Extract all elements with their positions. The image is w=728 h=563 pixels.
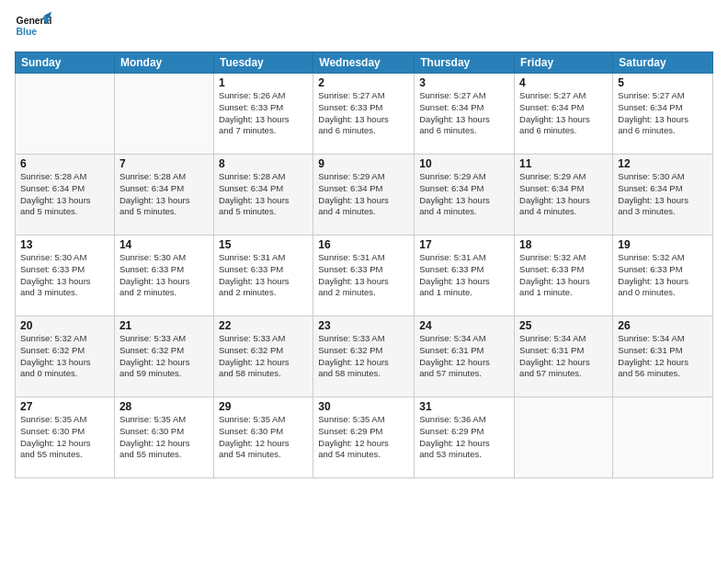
weekday-header: Friday bbox=[515, 52, 613, 74]
day-info: Sunrise: 5:34 AM Sunset: 6:31 PM Dayligh… bbox=[519, 333, 608, 380]
day-info: Sunrise: 5:31 AM Sunset: 6:33 PM Dayligh… bbox=[318, 252, 409, 299]
day-info: Sunrise: 5:28 AM Sunset: 6:34 PM Dayligh… bbox=[20, 171, 109, 218]
day-info: Sunrise: 5:29 AM Sunset: 6:34 PM Dayligh… bbox=[318, 171, 409, 218]
page: General Blue SundayMondayTuesdayWednesda… bbox=[0, 0, 728, 563]
day-number: 26 bbox=[618, 319, 708, 332]
day-info: Sunrise: 5:32 AM Sunset: 6:32 PM Dayligh… bbox=[20, 333, 109, 380]
calendar-cell: 17Sunrise: 5:31 AM Sunset: 6:33 PM Dayli… bbox=[415, 236, 515, 316]
day-number: 10 bbox=[419, 157, 509, 170]
day-number: 7 bbox=[119, 157, 209, 170]
calendar-cell: 22Sunrise: 5:33 AM Sunset: 6:32 PM Dayli… bbox=[213, 316, 313, 397]
day-number: 15 bbox=[219, 238, 308, 251]
day-info: Sunrise: 5:30 AM Sunset: 6:33 PM Dayligh… bbox=[20, 252, 109, 299]
calendar-cell: 19Sunrise: 5:32 AM Sunset: 6:33 PM Dayli… bbox=[613, 236, 713, 316]
day-info: Sunrise: 5:33 AM Sunset: 6:32 PM Dayligh… bbox=[219, 333, 308, 380]
calendar-cell: 21Sunrise: 5:33 AM Sunset: 6:32 PM Dayli… bbox=[114, 316, 213, 397]
day-number: 6 bbox=[20, 157, 109, 170]
day-number: 25 bbox=[519, 319, 608, 332]
day-info: Sunrise: 5:33 AM Sunset: 6:32 PM Dayligh… bbox=[119, 333, 209, 380]
day-info: Sunrise: 5:26 AM Sunset: 6:33 PM Dayligh… bbox=[219, 90, 308, 137]
calendar-cell: 31Sunrise: 5:36 AM Sunset: 6:29 PM Dayli… bbox=[415, 397, 515, 478]
day-info: Sunrise: 5:28 AM Sunset: 6:34 PM Dayligh… bbox=[219, 171, 308, 218]
day-info: Sunrise: 5:27 AM Sunset: 6:34 PM Dayligh… bbox=[519, 90, 608, 137]
logo: General Blue bbox=[15, 11, 51, 44]
day-number: 4 bbox=[519, 76, 608, 89]
calendar-cell: 27Sunrise: 5:35 AM Sunset: 6:30 PM Dayli… bbox=[16, 397, 115, 478]
day-info: Sunrise: 5:35 AM Sunset: 6:30 PM Dayligh… bbox=[219, 414, 308, 461]
day-number: 13 bbox=[20, 238, 109, 251]
calendar-cell: 15Sunrise: 5:31 AM Sunset: 6:33 PM Dayli… bbox=[213, 236, 313, 316]
day-number: 19 bbox=[618, 238, 708, 251]
calendar-cell: 25Sunrise: 5:34 AM Sunset: 6:31 PM Dayli… bbox=[515, 316, 613, 397]
day-info: Sunrise: 5:29 AM Sunset: 6:34 PM Dayligh… bbox=[519, 171, 608, 218]
day-info: Sunrise: 5:34 AM Sunset: 6:31 PM Dayligh… bbox=[419, 333, 509, 380]
day-number: 27 bbox=[20, 400, 109, 413]
day-number: 20 bbox=[20, 319, 109, 332]
day-number: 5 bbox=[618, 76, 708, 89]
day-number: 2 bbox=[318, 76, 409, 89]
day-info: Sunrise: 5:35 AM Sunset: 6:30 PM Dayligh… bbox=[20, 414, 109, 461]
day-info: Sunrise: 5:30 AM Sunset: 6:33 PM Dayligh… bbox=[119, 252, 209, 299]
calendar-table: SundayMondayTuesdayWednesdayThursdayFrid… bbox=[15, 52, 713, 478]
day-info: Sunrise: 5:29 AM Sunset: 6:34 PM Dayligh… bbox=[419, 171, 509, 218]
calendar-cell: 28Sunrise: 5:35 AM Sunset: 6:30 PM Dayli… bbox=[114, 397, 213, 478]
calendar-cell: 18Sunrise: 5:32 AM Sunset: 6:33 PM Dayli… bbox=[515, 236, 613, 316]
day-number: 30 bbox=[318, 400, 409, 413]
calendar-cell: 13Sunrise: 5:30 AM Sunset: 6:33 PM Dayli… bbox=[16, 236, 115, 316]
calendar-cell: 29Sunrise: 5:35 AM Sunset: 6:30 PM Dayli… bbox=[213, 397, 313, 478]
calendar-cell bbox=[613, 397, 713, 478]
day-number: 31 bbox=[419, 400, 509, 413]
header-row: SundayMondayTuesdayWednesdayThursdayFrid… bbox=[16, 52, 713, 74]
calendar-cell: 2Sunrise: 5:27 AM Sunset: 6:33 PM Daylig… bbox=[313, 74, 415, 155]
header: General Blue bbox=[15, 11, 713, 44]
calendar-cell bbox=[16, 74, 115, 155]
day-number: 1 bbox=[219, 76, 308, 89]
day-number: 8 bbox=[219, 157, 308, 170]
day-number: 3 bbox=[419, 76, 509, 89]
calendar-cell: 14Sunrise: 5:30 AM Sunset: 6:33 PM Dayli… bbox=[114, 236, 213, 316]
weekday-header: Tuesday bbox=[213, 52, 313, 74]
calendar-week: 6Sunrise: 5:28 AM Sunset: 6:34 PM Daylig… bbox=[16, 155, 713, 236]
day-info: Sunrise: 5:36 AM Sunset: 6:29 PM Dayligh… bbox=[419, 414, 509, 461]
day-info: Sunrise: 5:35 AM Sunset: 6:30 PM Dayligh… bbox=[119, 414, 209, 461]
logo-svg: General Blue bbox=[15, 11, 51, 44]
day-info: Sunrise: 5:31 AM Sunset: 6:33 PM Dayligh… bbox=[419, 252, 509, 299]
calendar-cell: 10Sunrise: 5:29 AM Sunset: 6:34 PM Dayli… bbox=[415, 155, 515, 236]
svg-text:Blue: Blue bbox=[17, 27, 38, 37]
day-number: 11 bbox=[519, 157, 608, 170]
calendar-cell: 7Sunrise: 5:28 AM Sunset: 6:34 PM Daylig… bbox=[114, 155, 213, 236]
day-info: Sunrise: 5:33 AM Sunset: 6:32 PM Dayligh… bbox=[318, 333, 409, 380]
calendar-cell: 9Sunrise: 5:29 AM Sunset: 6:34 PM Daylig… bbox=[313, 155, 415, 236]
calendar-cell: 6Sunrise: 5:28 AM Sunset: 6:34 PM Daylig… bbox=[16, 155, 115, 236]
weekday-header: Wednesday bbox=[313, 52, 415, 74]
calendar-cell: 24Sunrise: 5:34 AM Sunset: 6:31 PM Dayli… bbox=[415, 316, 515, 397]
day-number: 23 bbox=[318, 319, 409, 332]
weekday-header: Thursday bbox=[415, 52, 515, 74]
day-number: 29 bbox=[219, 400, 308, 413]
day-info: Sunrise: 5:31 AM Sunset: 6:33 PM Dayligh… bbox=[219, 252, 308, 299]
day-number: 28 bbox=[119, 400, 209, 413]
calendar-cell: 4Sunrise: 5:27 AM Sunset: 6:34 PM Daylig… bbox=[515, 74, 613, 155]
day-info: Sunrise: 5:32 AM Sunset: 6:33 PM Dayligh… bbox=[519, 252, 608, 299]
calendar-cell: 5Sunrise: 5:27 AM Sunset: 6:34 PM Daylig… bbox=[613, 74, 713, 155]
day-number: 24 bbox=[419, 319, 509, 332]
day-info: Sunrise: 5:27 AM Sunset: 6:33 PM Dayligh… bbox=[318, 90, 409, 137]
day-info: Sunrise: 5:35 AM Sunset: 6:29 PM Dayligh… bbox=[318, 414, 409, 461]
calendar-cell: 26Sunrise: 5:34 AM Sunset: 6:31 PM Dayli… bbox=[613, 316, 713, 397]
calendar-cell: 20Sunrise: 5:32 AM Sunset: 6:32 PM Dayli… bbox=[16, 316, 115, 397]
day-number: 9 bbox=[318, 157, 409, 170]
weekday-header: Saturday bbox=[613, 52, 713, 74]
calendar-cell: 16Sunrise: 5:31 AM Sunset: 6:33 PM Dayli… bbox=[313, 236, 415, 316]
day-info: Sunrise: 5:28 AM Sunset: 6:34 PM Dayligh… bbox=[119, 171, 209, 218]
day-number: 16 bbox=[318, 238, 409, 251]
day-number: 21 bbox=[119, 319, 209, 332]
calendar-week: 1Sunrise: 5:26 AM Sunset: 6:33 PM Daylig… bbox=[16, 74, 713, 155]
day-number: 12 bbox=[618, 157, 708, 170]
calendar-cell: 1Sunrise: 5:26 AM Sunset: 6:33 PM Daylig… bbox=[213, 74, 313, 155]
calendar-cell: 12Sunrise: 5:30 AM Sunset: 6:34 PM Dayli… bbox=[613, 155, 713, 236]
calendar-week: 27Sunrise: 5:35 AM Sunset: 6:30 PM Dayli… bbox=[16, 397, 713, 478]
day-info: Sunrise: 5:27 AM Sunset: 6:34 PM Dayligh… bbox=[618, 90, 708, 137]
calendar-cell: 23Sunrise: 5:33 AM Sunset: 6:32 PM Dayli… bbox=[313, 316, 415, 397]
day-number: 14 bbox=[119, 238, 209, 251]
calendar-cell: 11Sunrise: 5:29 AM Sunset: 6:34 PM Dayli… bbox=[515, 155, 613, 236]
